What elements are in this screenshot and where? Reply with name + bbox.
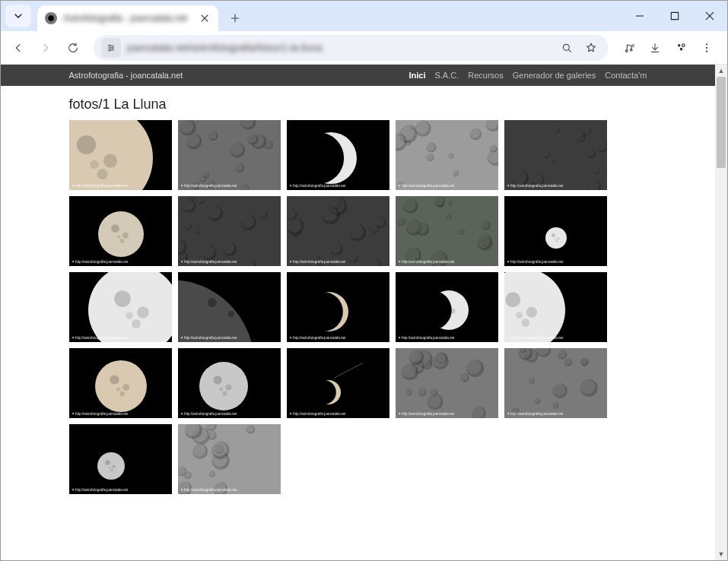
svg-rect-280 <box>287 348 389 418</box>
tab-search-button[interactable] <box>5 5 31 27</box>
forward-button[interactable] <box>33 35 59 61</box>
watermark: http://astrofotografia.joancatala.net <box>507 260 564 265</box>
watermark: http://astrofotografia.joancatala.net <box>398 184 455 189</box>
nav-link[interactable]: Contacta'm <box>605 71 647 80</box>
address-bar[interactable]: joancatala.net/astrofotografia/fotos/1-l… <box>94 35 609 61</box>
gallery-thumbnail[interactable]: http://astrofotografia.joancatala.net <box>396 120 498 190</box>
gallery-thumbnail[interactable]: http://astrofotografia.joancatala.net <box>287 120 389 190</box>
svg-point-120 <box>542 151 548 157</box>
gallery-thumbnail[interactable]: http://astrofotografia.joancatala.net <box>504 272 607 342</box>
svg-point-28 <box>706 50 707 52</box>
gallery-thumbnail[interactable]: http://astrofotografia.joancatala.net <box>69 272 172 342</box>
new-tab-button[interactable] <box>224 8 246 29</box>
svg-point-237 <box>132 319 141 328</box>
svg-point-303 <box>422 360 431 369</box>
gallery-thumbnail[interactable]: http://astrofotografia.joancatala.net <box>504 196 607 266</box>
reload-button[interactable] <box>60 35 86 61</box>
gallery-thumbnail[interactable]: http://astrofotografia.joancatala.net <box>287 348 389 418</box>
watermark: http://astrofotografia.joancatala.net <box>72 184 129 189</box>
scroll-thumb[interactable] <box>717 77 726 168</box>
bookmark-button[interactable] <box>581 38 601 58</box>
nav-link[interactable]: Recursos <box>468 71 503 80</box>
scroll-down-button[interactable]: ▼ <box>715 548 727 560</box>
svg-point-279 <box>219 387 223 391</box>
watermark: http://astrofotografia.joancatala.net <box>289 336 346 341</box>
svg-point-216 <box>459 229 464 234</box>
svg-point-135 <box>122 233 129 239</box>
svg-point-350 <box>105 460 110 464</box>
svg-point-191 <box>348 224 363 239</box>
browser-tab[interactable]: Astrofotografia - joancatala.net <box>37 5 218 31</box>
downloads-button[interactable] <box>642 35 668 61</box>
gallery-thumbnail[interactable]: http://astrofotografia.joancatala.net <box>178 348 281 418</box>
gallery-thumbnail[interactable]: http://astrofotografia.joancatala.net <box>396 272 498 342</box>
gallery-thumbnail[interactable]: http://astrofotografia.joancatala.net <box>69 120 172 190</box>
gallery-thumbnail[interactable]: http://astrofotografia.joancatala.net <box>178 196 281 266</box>
zoom-icon[interactable] <box>557 38 577 58</box>
svg-point-158 <box>195 229 199 233</box>
svg-point-250 <box>303 292 342 331</box>
watermark: http://astrofotografia.joancatala.net <box>398 412 455 417</box>
gallery-thumbnail[interactable]: http://astrofotografia.joancatala.net <box>504 348 607 418</box>
svg-point-72 <box>292 132 344 184</box>
svg-point-56 <box>230 142 243 155</box>
gallery-thumbnail[interactable]: http://astrofotografia.joancatala.net <box>69 348 172 418</box>
gallery-thumbnail[interactable]: http://astrofotografia.joancatala.net <box>69 424 172 494</box>
svg-point-25 <box>679 48 682 51</box>
svg-point-210 <box>481 220 489 229</box>
nav-link[interactable]: Generador de galeries <box>513 71 596 80</box>
gallery-thumbnail[interactable]: http://astrofotografia.joancatala.net <box>69 196 172 266</box>
gallery-thumbnail[interactable]: http://astrofotografia.joancatala.net <box>178 120 281 190</box>
svg-point-114 <box>578 132 583 137</box>
svg-point-351 <box>112 465 116 469</box>
watermark: http://astrofotografia.joancatala.net <box>72 336 129 341</box>
tab-strip: Astrofotografia - joancatala.net <box>1 1 727 31</box>
gallery-thumbnail[interactable]: http://astrofotografia.joancatala.net <box>287 196 389 266</box>
gallery-thumbnail[interactable]: http://astrofotografia.joancatala.net <box>178 272 281 342</box>
svg-point-229 <box>556 237 559 240</box>
svg-point-95 <box>489 145 495 151</box>
svg-point-97 <box>409 125 413 128</box>
svg-point-18 <box>630 49 632 51</box>
back-button[interactable] <box>5 35 31 61</box>
chrome-menu-button[interactable] <box>694 35 720 61</box>
svg-point-26 <box>706 43 707 45</box>
maximize-button[interactable] <box>657 1 692 31</box>
svg-point-118 <box>593 168 599 173</box>
gallery-thumbnail[interactable]: http://astrofotografia.joancatala.net <box>396 196 498 266</box>
nav-link[interactable]: Inici <box>409 71 425 80</box>
svg-point-160 <box>259 211 265 217</box>
minimize-button[interactable] <box>622 1 657 31</box>
svg-point-242 <box>228 311 234 317</box>
svg-point-150 <box>202 246 215 258</box>
media-control-button[interactable] <box>616 35 642 61</box>
svg-point-230 <box>555 240 558 242</box>
close-window-button[interactable] <box>692 1 727 31</box>
svg-point-200 <box>402 198 415 211</box>
svg-point-272 <box>116 387 119 391</box>
gallery-thumbnail[interactable]: http://astrofotografia.joancatala.net <box>504 120 607 190</box>
watermark: http://astrofotografia.joancatala.net <box>507 412 564 417</box>
thumbnail-grid: http://astrofotografia.joancatala.net ht… <box>69 120 647 494</box>
site-header: Astrofotografia - joancatala.net IniciS.… <box>1 65 715 86</box>
close-tab-button[interactable] <box>199 12 211 24</box>
svg-point-130 <box>549 157 554 162</box>
gallery-thumbnail[interactable]: http://astrofotografia.joancatala.net <box>396 348 498 418</box>
svg-point-50 <box>203 172 208 177</box>
svg-point-87 <box>452 170 457 176</box>
scroll-up-button[interactable]: ▲ <box>715 65 727 77</box>
watermark: http://astrofotografia.joancatala.net <box>398 260 455 265</box>
site-settings-button[interactable] <box>101 38 121 58</box>
gallery-thumbnail[interactable]: http://astrofotografia.joancatala.net <box>178 424 281 494</box>
nav-link[interactable]: S.A.C. <box>434 71 459 80</box>
svg-point-277 <box>225 384 231 390</box>
gallery-thumbnail[interactable]: http://astrofotografia.joancatala.net <box>287 272 389 342</box>
svg-point-311 <box>405 388 412 395</box>
svg-point-315 <box>427 394 440 407</box>
watermark: http://astrofotografia.joancatala.net <box>72 488 129 493</box>
vertical-scrollbar[interactable]: ▲ ▼ <box>715 65 727 560</box>
svg-point-268 <box>95 360 147 412</box>
svg-point-24 <box>682 44 685 47</box>
extensions-button[interactable] <box>668 35 694 61</box>
svg-point-99 <box>415 120 428 134</box>
